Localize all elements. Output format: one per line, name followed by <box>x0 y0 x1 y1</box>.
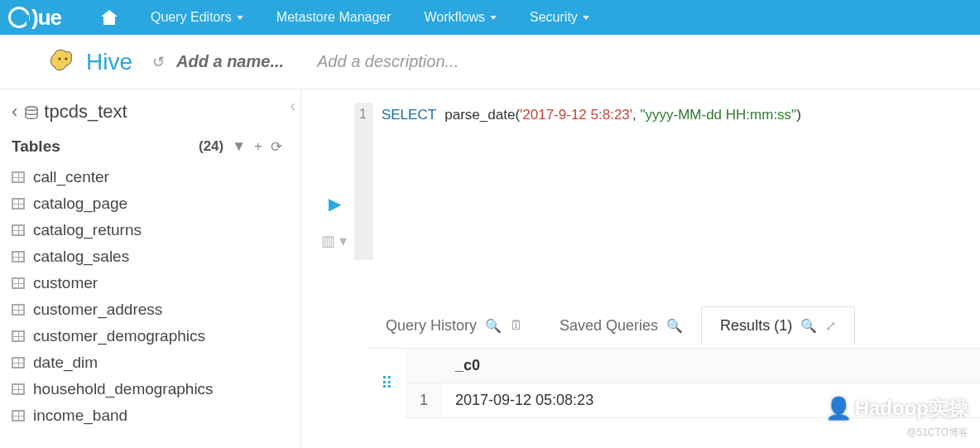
gutter: 1 <box>354 103 373 260</box>
svg-point-1 <box>65 57 67 60</box>
svg-point-2 <box>26 107 37 110</box>
chevron-down-icon <box>237 16 243 20</box>
run-button[interactable]: ▶ <box>315 194 354 214</box>
table-icon <box>12 304 25 316</box>
table-name: income_band <box>33 407 127 425</box>
breadcrumb: ‹ tpcds_text <box>12 101 300 123</box>
collapse-sidebar-icon[interactable]: ‹ <box>290 96 295 115</box>
hue-logo[interactable]: )ue <box>8 5 61 31</box>
nav-query-editors[interactable]: Query Editors <box>134 0 260 35</box>
svg-point-0 <box>58 57 60 60</box>
table-item[interactable]: catalog_sales <box>12 243 300 270</box>
table-name: catalog_returns <box>33 221 142 239</box>
hive-icon <box>48 47 78 77</box>
home-icon <box>101 10 118 25</box>
grid-view-icon[interactable]: ⠿ <box>381 374 393 393</box>
table-name: household_demographics <box>33 380 214 398</box>
search-icon[interactable]: 🔍 <box>800 318 817 334</box>
column-header[interactable]: _c0 <box>442 349 980 383</box>
search-icon[interactable]: 🔍 <box>485 318 502 334</box>
filter-icon[interactable]: ▼ <box>232 138 246 155</box>
result-tabs: Query History🔍🗓 Saved Queries🔍 Results (… <box>368 306 980 344</box>
table-name: customer_address <box>33 301 162 319</box>
database-name[interactable]: tpcds_text <box>44 101 127 123</box>
table-name: catalog_page <box>33 195 127 213</box>
nav-metastore[interactable]: Metastore Manager <box>260 0 408 35</box>
table-item[interactable]: date_dim <box>12 349 300 376</box>
table-item[interactable]: call_center <box>12 164 300 190</box>
table-icon <box>12 330 25 342</box>
table-item[interactable]: income_band <box>12 402 300 429</box>
chevron-down-icon <box>490 16 497 20</box>
chevron-down-icon <box>583 16 589 20</box>
database-icon <box>24 101 39 123</box>
history-icon[interactable]: ↺ <box>152 53 165 71</box>
home-nav[interactable] <box>84 0 134 35</box>
table-icon <box>12 251 25 263</box>
back-icon[interactable]: ‹ <box>12 101 17 123</box>
refresh-icon[interactable]: ⟳ <box>271 138 282 156</box>
table-icon <box>12 410 25 422</box>
calendar-icon[interactable]: 🗓 <box>510 318 523 333</box>
sql-editor[interactable]: 1 SELECT parse_date('2017-9-12 5:8:23', … <box>354 103 980 260</box>
table-icon <box>12 171 25 183</box>
table-item[interactable]: catalog_returns <box>12 217 300 243</box>
tab-saved-queries[interactable]: Saved Queries🔍 <box>541 307 701 344</box>
table-name: date_dim <box>33 354 98 372</box>
description-input[interactable] <box>317 52 532 71</box>
table-name: call_center <box>33 168 109 186</box>
table-item[interactable]: customer_address <box>12 296 300 323</box>
expand-icon[interactable]: ⤢ <box>825 318 836 334</box>
row-number: 1 <box>406 383 442 418</box>
table-item[interactable]: catalog_page <box>12 190 300 217</box>
tables-list: call_centercatalog_pagecatalog_returnsca… <box>12 164 300 429</box>
tables-heading: Tables <box>12 137 60 156</box>
table-icon <box>12 357 25 369</box>
add-icon[interactable]: + <box>254 138 262 155</box>
search-icon[interactable]: 🔍 <box>666 318 683 334</box>
sidebar: ‹ ‹ tpcds_text Tables (24) ▼ + ⟳ call_ce… <box>0 89 301 448</box>
engine-badge[interactable]: Hive <box>48 47 132 77</box>
table-name: customer_demographics <box>33 327 205 345</box>
top-nav: )ue Query Editors Metastore Manager Work… <box>0 0 980 35</box>
table-name: catalog_sales <box>33 248 129 266</box>
editor-pane: ▶ ▥ ▾ 1 SELECT parse_date('2017-9-12 5:8… <box>301 89 980 448</box>
watermark-sub: @51CTO博客 <box>906 426 968 440</box>
tables-count: (24) <box>199 138 223 155</box>
nav-security[interactable]: Security <box>513 0 606 35</box>
watermark: 👤Hadoop实操 <box>825 395 968 422</box>
explain-icon[interactable]: ▥ ▾ <box>315 232 354 250</box>
table-item[interactable]: household_demographics <box>12 376 300 402</box>
table-item[interactable]: customer <box>12 270 300 296</box>
table-icon <box>12 383 25 395</box>
tab-query-history[interactable]: Query History🔍🗓 <box>368 307 541 344</box>
tab-results[interactable]: Results (1)🔍⤢ <box>701 306 855 344</box>
table-name: customer <box>33 274 98 292</box>
nav-workflows[interactable]: Workflows <box>408 0 514 35</box>
name-input[interactable] <box>176 52 317 71</box>
table-icon <box>12 224 25 236</box>
table-icon <box>12 198 25 210</box>
table-item[interactable]: customer_demographics <box>12 323 300 349</box>
table-icon <box>12 277 25 289</box>
context-bar: Hive ↺ <box>0 35 980 89</box>
